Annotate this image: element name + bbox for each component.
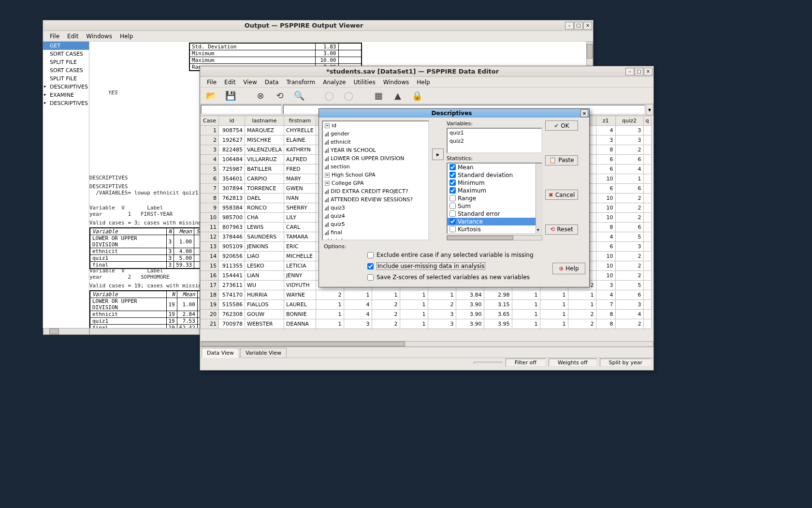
tab-data-view[interactable]: Data View [202,348,239,358]
source-var-item[interactable]: gender [323,130,428,138]
source-var-item[interactable]: ethnicit [323,138,428,146]
output-tree[interactable]: GETSORT CASESSPLIT FILESORT CASESSPLIT F… [43,42,89,328]
tree-item[interactable]: SORT CASES [43,66,89,75]
weight-icon[interactable]: 🔒 [411,90,423,102]
goto-case-icon[interactable]: ⊗ [254,90,267,102]
tree-item[interactable]: DESCRIPTIVES [43,99,89,107]
option-checkbox[interactable] [367,252,374,258]
dialog-close-button[interactable]: × [580,109,588,117]
option-row[interactable]: Save Z-scores of selected variables as n… [324,272,584,283]
tree-item[interactable]: SORT CASES [43,50,89,58]
dropdown-icon[interactable]: ▾ [646,104,653,115]
selected-var-item[interactable]: quiz2 [448,137,541,145]
menu-windows[interactable]: Windows [379,77,413,87]
find-icon[interactable]: 🔍 [293,90,305,102]
maximize-button[interactable]: □ [635,68,643,75]
stat-option[interactable]: Variance [448,218,541,225]
value-labels-icon[interactable]: ▦ [372,90,385,102]
stat-checkbox[interactable] [450,218,456,224]
statistics-list[interactable]: Mean Standard deviation Minimum Maximum … [447,163,542,234]
source-var-item[interactable]: final [323,228,428,237]
stat-checkbox[interactable] [450,187,456,194]
paste-button[interactable]: 📋Paste [545,155,578,165]
source-var-item[interactable]: quiz5 [323,220,428,228]
minimize-button[interactable]: – [565,22,574,30]
menu-edit[interactable]: Edit [63,31,82,41]
source-var-item[interactable]: quiz4 [323,212,428,220]
stats-table-1: VariableNMeanSLOWER OR UPPER DIVISION31.… [89,227,203,269]
source-var-item[interactable]: ATTENDED REVIEW SESSIONS? [323,195,428,204]
close-button[interactable]: × [644,68,652,75]
menu-edit[interactable]: Edit [220,77,239,87]
maximize-button[interactable]: □ [574,22,583,30]
source-var-item[interactable]: DID EXTRA CREDIT PROJECT? [323,187,428,195]
tree-scrollbar-h[interactable] [43,328,89,335]
source-var-item[interactable]: ≡ College GPA [323,179,428,187]
source-var-item[interactable]: LOWER OR UPPER DIVISION [323,154,428,163]
stat-option[interactable]: Standard deviation [448,171,541,179]
option-checkbox[interactable] [367,274,374,281]
selected-var-item[interactable]: quiz1 [448,129,541,137]
menu-view[interactable]: View [239,77,261,87]
menu-analyze[interactable]: Analyze [319,77,349,87]
goto-variable-icon[interactable]: ⟲ [274,90,286,102]
insert-case-icon[interactable]: ◯ [323,90,335,102]
option-row[interactable]: Exclude entire case if any selected vari… [324,250,584,260]
var-label-header-1: Variable V Label [89,205,163,211]
option-checkbox[interactable] [367,263,374,269]
menu-transform[interactable]: Transform [282,77,319,87]
source-var-item[interactable]: quiz3 [323,204,428,212]
data-scrollbar-h[interactable] [200,341,653,347]
stat-checkbox[interactable] [450,172,456,178]
menu-help[interactable]: Help [116,31,137,41]
source-variables-list[interactable]: ≡ id gender ethnicit YEAR IN SCHOOL LOWE… [322,120,429,240]
stat-option[interactable]: Standard error [448,210,541,218]
tab-variable-view[interactable]: Variable View [240,348,287,358]
save-icon[interactable]: 💾 [224,90,237,102]
cancel-button[interactable]: ✖Cancel [545,190,578,200]
stat-option[interactable]: Kurtosis [448,225,541,233]
menu-data[interactable]: Data [261,77,283,87]
stat-checkbox[interactable] [450,195,456,201]
tree-item[interactable]: EXAMINE [43,91,89,99]
source-var-item[interactable]: ≡ id [323,121,428,130]
stat-option[interactable]: Mean [448,164,541,171]
reset-button[interactable]: ⟲Reset [545,224,578,235]
split-file-icon[interactable]: ▲ [392,90,404,102]
open-icon[interactable]: 📂 [205,90,218,102]
cell-ref-box[interactable] [201,105,282,115]
option-row[interactable]: Include user-missing data in analysis [324,260,584,272]
help-button[interactable]: ⊕Help [552,263,585,274]
menu-utilities[interactable]: Utilities [349,77,379,87]
dialog-titlebar: Descriptives × [319,109,589,118]
status-filter: Filter off [506,359,546,367]
source-var-item[interactable]: YEAR IN SCHOOL [323,146,428,154]
source-var-item[interactable]: total [323,237,428,240]
tree-item[interactable]: SPLIT FILE [43,75,89,83]
tree-item[interactable]: SPLIT FILE [43,58,89,66]
ok-button[interactable]: ✔OK [545,120,578,131]
stat-checkbox[interactable] [450,203,456,209]
stat-option[interactable]: Maximum [448,187,541,194]
stats-scrollbar-h[interactable] [447,235,542,240]
menu-file[interactable]: File [46,31,63,41]
tree-item[interactable]: DESCRIPTIVES [43,83,89,91]
stat-checkbox[interactable] [450,226,456,232]
stat-checkbox[interactable] [450,210,456,217]
insert-variable-icon[interactable]: ◯ [342,90,355,102]
menu-windows[interactable]: Windows [82,31,116,41]
move-variable-button[interactable]: ▸ [432,149,444,160]
stat-checkbox[interactable] [450,164,456,170]
source-var-item[interactable]: section [323,163,428,171]
source-var-item[interactable]: ≡ High School GPA [323,171,428,179]
stat-option[interactable]: Sum [448,202,541,210]
stat-option[interactable]: Range [448,194,541,202]
minimize-button[interactable]: – [625,68,634,75]
tree-item[interactable]: GET [43,42,89,50]
selected-variables-list[interactable]: quiz1quiz2 [447,128,542,153]
menu-file[interactable]: File [203,77,220,87]
stat-option[interactable]: Minimum [448,179,541,187]
stat-checkbox[interactable] [450,179,456,186]
menu-help[interactable]: Help [413,77,434,87]
close-button[interactable]: × [583,22,592,30]
